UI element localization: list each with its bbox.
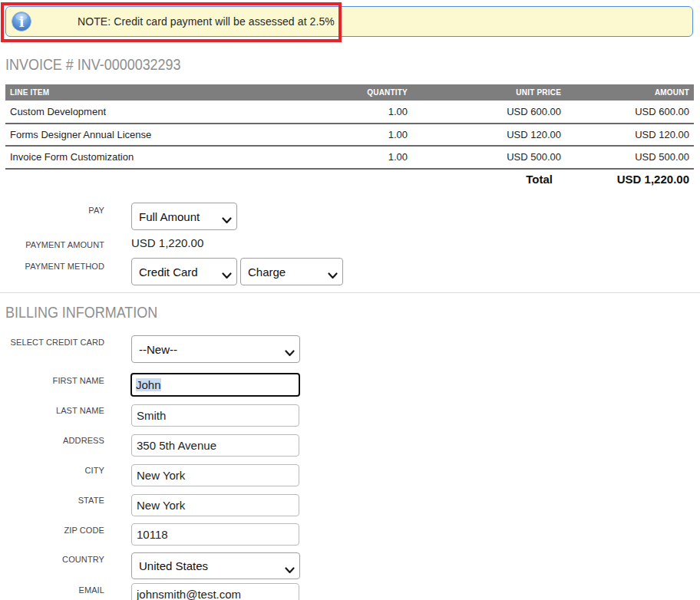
cell-quantity: 1.00 bbox=[274, 146, 408, 169]
table-row: Custom Development 1.00 USD 600.00 USD 6… bbox=[5, 101, 694, 124]
column-header-quantity: QUANTITY bbox=[274, 84, 408, 101]
pay-select[interactable]: Full Amount bbox=[131, 203, 237, 230]
invoice-title: INVOICE # INV-0000032293 bbox=[5, 55, 181, 74]
chevron-down-icon bbox=[328, 269, 338, 282]
first-name-input[interactable]: John bbox=[130, 373, 300, 397]
column-header-unit-price: UNIT PRICE bbox=[408, 84, 561, 101]
payment-method-select-value: Credit Card bbox=[139, 265, 198, 279]
payment-amount-value: USD 1,220.00 bbox=[131, 236, 203, 251]
first-name-value: John bbox=[136, 378, 161, 391]
cell-line-item: Forms Designer Annual License bbox=[5, 124, 274, 147]
chevron-down-icon bbox=[222, 269, 232, 282]
last-name-label: LAST NAME bbox=[0, 406, 104, 415]
country-select-value: United States bbox=[139, 559, 208, 572]
cell-line-item: Custom Development bbox=[5, 101, 274, 124]
state-input[interactable]: New York bbox=[131, 494, 299, 516]
cell-quantity: 1.00 bbox=[274, 124, 408, 147]
cell-unit-price: USD 600.00 bbox=[408, 101, 561, 124]
cell-unit-price: USD 500.00 bbox=[408, 146, 561, 169]
last-name-input[interactable]: Smith bbox=[131, 404, 299, 427]
country-label: COUNTRY bbox=[0, 555, 104, 564]
address-value: 350 5th Avenue bbox=[137, 439, 216, 452]
chevron-down-icon bbox=[222, 213, 232, 226]
payment-method-select[interactable]: Credit Card bbox=[131, 258, 237, 285]
payment-amount-label: PAYMENT AMOUNT bbox=[0, 240, 104, 249]
charge-action-select[interactable]: Charge bbox=[240, 258, 343, 285]
table-row: Forms Designer Annual License 1.00 USD 1… bbox=[5, 124, 694, 147]
select-credit-card-label: SELECT CREDIT CARD bbox=[0, 338, 104, 347]
address-label: ADDRESS bbox=[0, 436, 104, 445]
chevron-down-icon bbox=[285, 563, 295, 576]
note-bar: i NOTE: Credit card payment will be asse… bbox=[5, 6, 693, 37]
pay-label: PAY bbox=[0, 206, 104, 215]
select-credit-card-select[interactable]: --New-- bbox=[131, 335, 300, 363]
country-select[interactable]: United States bbox=[131, 552, 300, 579]
first-name-label: FIRST NAME bbox=[0, 376, 104, 385]
zip-code-label: ZIP CODE bbox=[0, 526, 104, 535]
charge-action-select-value: Charge bbox=[248, 265, 286, 279]
table-row: Invoice Form Customization 1.00 USD 500.… bbox=[5, 146, 694, 169]
cell-unit-price: USD 120.00 bbox=[408, 124, 561, 147]
email-input[interactable]: johnsmith@test.com bbox=[131, 583, 299, 600]
city-input[interactable]: New York bbox=[131, 464, 299, 486]
svg-text:i: i bbox=[19, 14, 25, 30]
city-value: New York bbox=[137, 469, 185, 482]
zip-code-input[interactable]: 10118 bbox=[131, 523, 299, 546]
total-amount: USD 1,220.00 bbox=[537, 172, 689, 187]
cell-amount: USD 120.00 bbox=[561, 124, 694, 147]
address-input[interactable]: 350 5th Avenue bbox=[131, 434, 299, 457]
section-divider bbox=[0, 292, 700, 293]
city-label: CITY bbox=[0, 466, 104, 475]
cell-amount: USD 600.00 bbox=[561, 101, 694, 124]
email-value: johnsmith@test.com bbox=[137, 588, 241, 600]
last-name-value: Smith bbox=[137, 409, 166, 422]
column-header-line-item: LINE ITEM bbox=[5, 84, 274, 101]
payment-method-label: PAYMENT METHOD bbox=[0, 262, 104, 271]
billing-title: BILLING INFORMATION bbox=[5, 303, 157, 321]
select-credit-card-value: --New-- bbox=[139, 343, 177, 356]
note-text: NOTE: Credit card payment will be assess… bbox=[78, 7, 335, 36]
info-icon: i bbox=[12, 12, 31, 31]
cell-amount: USD 500.00 bbox=[561, 146, 694, 169]
email-label: EMAIL bbox=[0, 585, 104, 595]
zip-code-value: 10118 bbox=[137, 528, 168, 541]
chevron-down-icon bbox=[285, 346, 295, 359]
state-value: New York bbox=[137, 499, 185, 512]
column-header-amount: AMOUNT bbox=[561, 84, 694, 101]
cell-quantity: 1.00 bbox=[274, 101, 408, 124]
pay-select-value: Full Amount bbox=[139, 210, 200, 223]
table-header-row: LINE ITEM QUANTITY UNIT PRICE AMOUNT bbox=[5, 84, 694, 101]
cell-line-item: Invoice Form Customization bbox=[5, 146, 274, 169]
line-items-table: LINE ITEM QUANTITY UNIT PRICE AMOUNT Cus… bbox=[5, 84, 694, 170]
state-label: STATE bbox=[0, 496, 104, 505]
